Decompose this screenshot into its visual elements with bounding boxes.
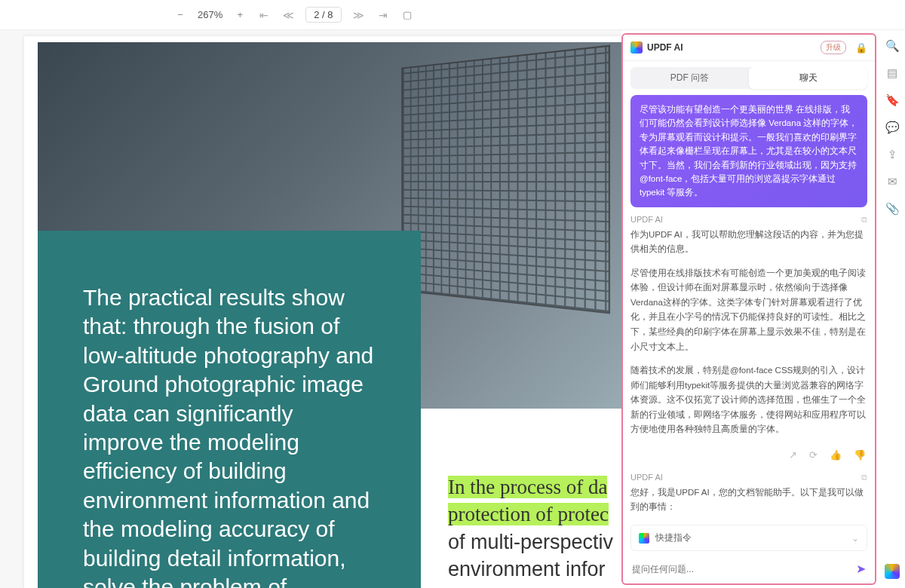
thumbnails-icon[interactable]: ▤ [887,66,897,80]
next-page-icon[interactable]: ≫ [352,8,366,22]
teal-text: The practical results show that: through… [83,285,373,588]
first-page-icon[interactable]: ⇤ [257,8,271,22]
quick-icon [639,533,649,544]
thumbs-down-icon[interactable]: 👎 [854,449,866,461]
right-sidebar: 🔍 ▤ 🔖 💬 ⇪ ✉ 📎 [879,30,905,588]
export-icon[interactable]: ⇪ [888,148,897,161]
thumbs-up-icon[interactable]: 👍 [830,449,842,461]
updf-logo-icon [630,41,643,54]
right-text-column: In the process of da protection of prote… [448,473,621,588]
message-actions: ↗ ⟳ 👍 👎 [630,446,867,468]
user-message: 尽管该功能有望创造一个更美丽的世界 在线排版，我们可能仍然会看到设计师选择像 V… [630,95,867,207]
chat-input-row: ➤ [623,556,875,583]
copy-icon[interactable]: ⧉ [861,473,867,482]
copy-icon[interactable]: ⧉ [861,215,867,225]
last-page-icon[interactable]: ⇥ [376,8,390,22]
search-icon[interactable]: 🔍 [885,39,900,53]
prev-page-icon[interactable]: ≪ [281,8,295,22]
ai-header: UPDF AI 升级 🔒 [623,35,875,61]
quick-commands[interactable]: 快捷指令 ⌄ [630,525,867,551]
top-toolbar: − 267% + ⇤ ≪ 2 / 8 ≫ ⇥ ▢ [0,0,905,30]
ai-sender-label-2: UPDF AI ⧉ [630,473,867,482]
teal-text-block: The practical results show that: through… [38,231,421,588]
ai-panel: UPDF AI 升级 🔒 PDF 问答 聊天 尽管该功能有望创造一个更美丽的世界… [621,33,876,585]
comments-icon[interactable]: 💬 [885,121,900,134]
zoom-out-icon[interactable]: − [173,8,187,22]
ai-response-1: 作为UPDF AI，我可以帮助您理解这段话的内容，并为您提供相关的信息。 尽管使… [630,228,867,437]
page-indicator[interactable]: 2 / 8 [305,7,341,23]
ai-sender-label: UPDF AI ⧉ [630,215,867,225]
tab-chat[interactable]: 聊天 [749,67,867,89]
bookmark-icon[interactable]: 🔖 [885,93,900,107]
upgrade-badge[interactable]: 升级 [821,41,846,54]
zoom-level[interactable]: 267% [198,9,222,20]
send-icon[interactable]: ➤ [856,562,866,576]
ai-response-2: 您好，我是UPDF AI，您的文档智能助手。以下是我可以做到的事情： 翻译：我可… [630,485,867,520]
ai-toggle-icon[interactable] [885,564,900,579]
attach-icon[interactable]: 📎 [885,202,900,216]
ai-title: UPDF AI [647,42,683,53]
zoom-in-icon[interactable]: + [233,8,247,22]
mail-icon[interactable]: ✉ [888,175,897,188]
ai-tabs: PDF 问答 聊天 [630,67,867,89]
highlight-line-1: In the process of da [448,476,607,498]
quick-label: 快捷指令 [655,531,692,544]
chevron-down-icon: ⌄ [851,533,859,544]
text-line-4: environment infor [448,558,606,580]
lock-icon[interactable]: 🔒 [855,42,867,54]
highlight-line-2: protection of protec [448,503,609,525]
share-icon[interactable]: ↗ [789,449,797,461]
present-icon[interactable]: ▢ [400,8,414,22]
document-viewport[interactable]: The practical results show that: through… [0,30,621,588]
text-line-3: of multi-perspectiv [448,531,613,553]
regenerate-icon[interactable]: ⟳ [809,449,818,461]
pdf-page: The practical results show that: through… [24,36,621,588]
chat-input[interactable] [632,564,850,574]
tab-pdf-qa[interactable]: PDF 问答 [630,67,749,89]
ai-conversation[interactable]: 尽管该功能有望创造一个更美丽的世界 在线排版，我们可能仍然会看到设计师选择像 V… [623,95,875,520]
